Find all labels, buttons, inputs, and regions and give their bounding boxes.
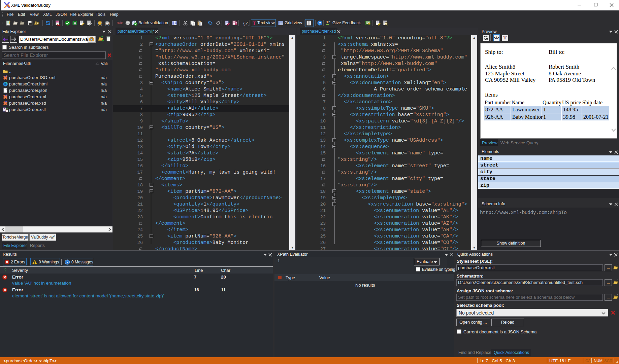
svg-text:{/}: {/}: [243, 21, 249, 26]
svg-text:): ): [108, 21, 110, 26]
svg-text:?: ?: [319, 21, 321, 25]
svg-text:): ): [101, 21, 102, 26]
svg-text:T: T: [253, 21, 256, 26]
svg-text:XS: XS: [57, 23, 61, 26]
